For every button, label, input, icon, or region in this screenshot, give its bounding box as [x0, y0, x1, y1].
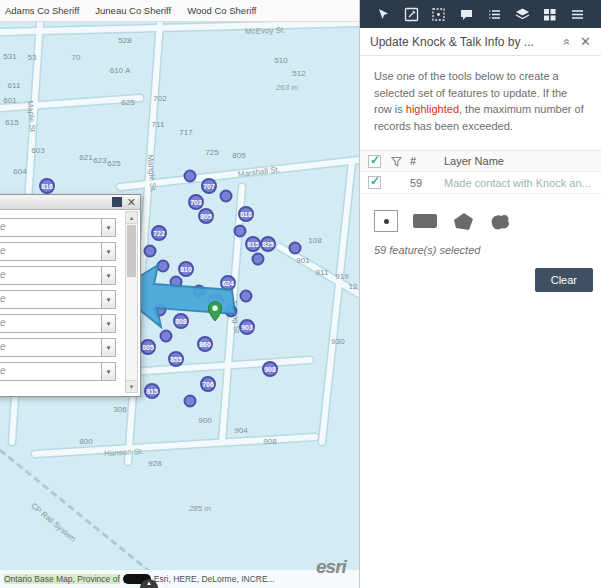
map-marker[interactable]: 624 — [220, 275, 236, 291]
annotate-icon[interactable] — [458, 6, 475, 23]
instructions-highlight: highlighted — [406, 103, 459, 115]
house-number-label: 625 — [121, 98, 134, 107]
map-marker[interactable]: 860 — [197, 336, 213, 352]
popup-field[interactable]: e▼ — [0, 314, 116, 333]
map-marker[interactable] — [170, 276, 183, 289]
selected-location-pin[interactable] — [208, 301, 223, 326]
popup-field[interactable]: e▼ — [0, 242, 116, 261]
dropdown-arrow-icon[interactable]: ▼ — [101, 243, 115, 260]
sheriff-tabs: Adams Co SheriffJuneau Co SheriffWood Co… — [0, 0, 359, 22]
map-marker[interactable] — [220, 190, 233, 203]
map-marker[interactable] — [289, 242, 302, 255]
popup-field[interactable]: e▼ — [0, 362, 116, 381]
widgets-icon[interactable] — [541, 6, 558, 23]
map-marker[interactable]: 808 — [173, 313, 189, 329]
instructions-text: Use one of the tools below to create a s… — [360, 56, 601, 144]
map-marker[interactable]: 707 — [201, 178, 217, 194]
rectangle-select-tool[interactable] — [413, 214, 437, 228]
popup-scrollbar[interactable]: ▲ ▼ — [125, 211, 138, 393]
tab-adams-co-sheriff[interactable]: Adams Co Sheriff — [5, 5, 79, 16]
map-marker[interactable] — [225, 305, 238, 318]
select-icon[interactable] — [430, 6, 447, 23]
dropdown-arrow-icon[interactable]: ▼ — [101, 339, 115, 356]
attribute-popup: ✕ e▼e▼e▼e▼e▼e▼e▼ ▲ ▼ — [0, 194, 141, 397]
rail-line — [0, 450, 170, 588]
map-marker[interactable] — [184, 395, 197, 408]
scroll-up-icon[interactable]: ▲ — [126, 212, 137, 224]
popup-field[interactable]: e▼ — [0, 266, 116, 285]
map-marker[interactable]: 722 — [151, 225, 167, 241]
dropdown-arrow-icon[interactable]: ▼ — [101, 315, 115, 332]
map-marker[interactable]: 818 — [238, 206, 254, 222]
rectangle-icon — [413, 214, 437, 228]
selection-status: 59 feature(s) selected — [360, 238, 601, 256]
map-marker[interactable]: 805 — [198, 208, 214, 224]
map-marker[interactable]: 815 — [245, 236, 261, 252]
map-marker[interactable]: 903 — [239, 319, 255, 335]
map-marker[interactable]: 908 — [262, 361, 278, 377]
layer-name-header: Layer Name — [444, 155, 593, 167]
map-marker[interactable] — [160, 330, 173, 343]
feature-count: 59 — [410, 177, 444, 189]
popup-field[interactable]: e▼ — [0, 290, 116, 309]
row-checkbox[interactable] — [368, 176, 381, 189]
tab-wood-co-sheriff[interactable]: Wood Co Sheriff — [187, 5, 256, 16]
house-number-label: 285 m — [189, 504, 211, 513]
popup-titlebar: ✕ — [0, 195, 140, 210]
panel-title-bar: Update Knock & Talk Info by ... » ✕ — [360, 28, 601, 56]
map-marker[interactable] — [252, 253, 265, 266]
clear-button[interactable]: Clear — [535, 268, 593, 292]
layers-icon[interactable] — [514, 6, 531, 23]
house-number-label: 702 — [153, 94, 166, 103]
collapse-icon[interactable]: » — [560, 38, 574, 45]
popup-field[interactable]: e▼ — [0, 218, 116, 237]
select-all-checkbox[interactable] — [368, 155, 381, 168]
table-row[interactable]: 59 Made contact with Knock an... — [360, 172, 601, 194]
map-marker[interactable]: 815 — [144, 383, 160, 399]
house-number-label: 604 — [13, 167, 26, 176]
dropdown-arrow-icon[interactable]: ▼ — [101, 363, 115, 380]
point-select-tool[interactable] — [374, 210, 398, 232]
map-marker[interactable]: 825 — [260, 236, 276, 252]
map-marker[interactable] — [144, 245, 157, 258]
count-header: # — [410, 155, 444, 167]
filter-icon[interactable] — [391, 156, 402, 167]
polygon-icon — [452, 212, 474, 231]
map-marker[interactable] — [154, 304, 167, 317]
list-icon[interactable] — [486, 6, 503, 23]
field-value: e — [0, 339, 101, 356]
house-number-label: 601 — [3, 96, 16, 105]
house-number-label: 800 — [79, 437, 92, 446]
map-marker[interactable]: 816 — [39, 178, 55, 194]
map-marker[interactable] — [234, 225, 247, 238]
scroll-thumb[interactable] — [127, 225, 136, 277]
tab-juneau-co-sheriff[interactable]: Juneau Co Sheriff — [95, 5, 171, 16]
house-number-label: 928 — [148, 459, 161, 468]
dropdown-arrow-icon[interactable]: ▼ — [101, 267, 115, 284]
map-marker[interactable]: 855 — [168, 351, 184, 367]
selection-tools — [360, 194, 601, 238]
map-marker[interactable]: 706 — [200, 376, 216, 392]
field-value: e — [0, 267, 101, 284]
map-marker[interactable] — [157, 260, 170, 273]
menu-icon[interactable] — [569, 6, 586, 23]
map-marker[interactable] — [193, 285, 206, 298]
house-number-label: 900 — [198, 416, 211, 425]
map-marker[interactable]: 805 — [140, 339, 156, 355]
pointer-icon[interactable] — [375, 6, 392, 23]
popup-field[interactable]: e▼ — [0, 338, 116, 357]
dropdown-arrow-icon[interactable]: ▼ — [101, 219, 115, 236]
map-marker[interactable]: 810 — [178, 261, 194, 277]
edit-icon[interactable] — [403, 6, 420, 23]
map-marker[interactable] — [240, 290, 253, 303]
map-marker[interactable]: 703 — [188, 194, 204, 210]
close-icon[interactable]: ✕ — [127, 197, 136, 208]
dropdown-arrow-icon[interactable]: ▼ — [101, 291, 115, 308]
map-marker[interactable] — [184, 170, 197, 183]
polygon-select-tool[interactable] — [452, 212, 474, 231]
scroll-down-icon[interactable]: ▼ — [126, 380, 137, 392]
dock-icon[interactable] — [112, 197, 122, 207]
panel-close-icon[interactable]: ✕ — [580, 34, 591, 49]
freehand-select-tool[interactable] — [489, 212, 511, 231]
map-attribution: Ontario Base Map, Province of Esri, HERE… — [0, 570, 359, 588]
